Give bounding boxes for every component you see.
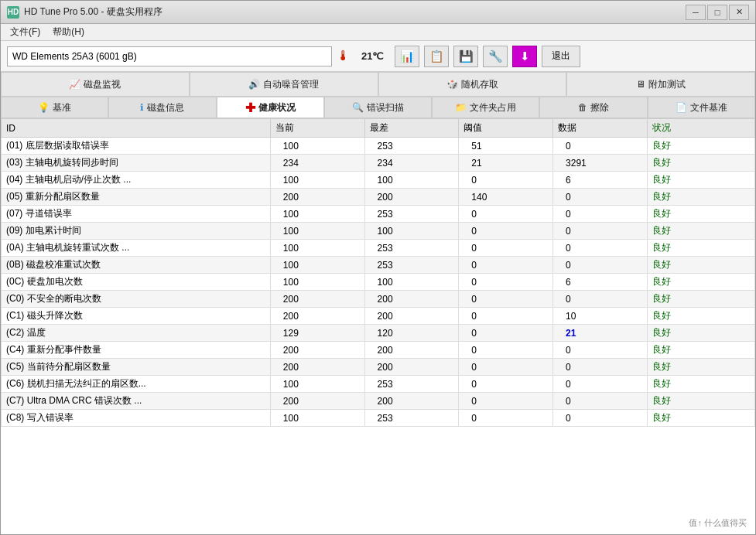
toolbar-btn-2[interactable]: 📋 [424,46,449,67]
cell-data: 0 [553,240,648,257]
cell-status: 良好 [647,155,754,172]
cell-threshold: 0 [459,257,553,274]
noise-icon: 🔊 [248,79,260,90]
sub-tabs: 💡 基准 ℹ 磁盘信息 ✚ 健康状况 🔍 错误扫描 📁 文件夹占用 🗑 擦除 📄… [1,97,755,118]
save-icon: 💾 [459,49,474,63]
toolbar-btn-5[interactable]: ⬇ [512,46,537,67]
extra-tests-icon: 🖥 [636,79,645,90]
col-header-status: 状况 [647,119,754,138]
cell-data: 0 [553,342,648,359]
cell-id: (C4) 重新分配事件数量 [2,342,271,359]
col-header-data: 数据 [553,119,648,138]
smart-table-container[interactable]: ID 当前 最差 阈值 数据 状况 (01) 底层数据读取错误率10025351… [1,118,755,534]
subtab-health[interactable]: ✚ 健康状况 [217,97,324,118]
cell-status: 良好 [647,359,754,376]
cell-data: 6 [553,172,648,189]
subtab-disk-info[interactable]: ℹ 磁盘信息 [108,97,216,118]
cell-worst: 100 [364,223,459,240]
cell-current: 100 [270,206,364,223]
cell-data: 6 [553,274,648,291]
table-row: (01) 底层数据读取错误率100253510良好 [2,138,755,155]
cell-current: 200 [270,393,364,410]
cell-threshold: 0 [459,274,553,291]
subtab-folder-usage[interactable]: 📁 文件夹占用 [432,97,539,118]
thermometer-icon: 🌡 [337,48,351,64]
cell-threshold: 0 [459,240,553,257]
cell-worst: 253 [364,206,459,223]
cell-worst: 253 [364,138,459,155]
table-row: (09) 加电累计时间10010000良好 [2,223,755,240]
tab-disk-monitor[interactable]: 📈 磁盘监视 [1,72,190,97]
cell-worst: 253 [364,376,459,393]
cell-worst: 120 [364,325,459,342]
table-row: (C7) Ultra DMA CRC 错误次数 ...20020000良好 [2,393,755,410]
toolbar-btn-4[interactable]: 🔧 [483,46,508,67]
cell-current: 200 [270,308,364,325]
cell-threshold: 0 [459,342,553,359]
cell-threshold: 0 [459,308,553,325]
cell-status: 良好 [647,274,754,291]
cell-id: (0A) 主轴电机旋转重试次数 ... [2,240,271,257]
menu-file[interactable]: 文件(F) [4,24,46,40]
cell-threshold: 51 [459,138,553,155]
disk-monitor-icon: 📈 [69,79,80,90]
toolbar-btn-3[interactable]: 💾 [453,46,478,67]
cell-threshold: 0 [459,376,553,393]
disk-selector[interactable]: WD Elements 25A3 (6001 gB) [7,46,332,66]
table-row: (0A) 主轴电机旋转重试次数 ...10025300良好 [2,240,755,257]
menu-bar: 文件(F) 帮助(H) [1,24,755,41]
toolbar-btn-1[interactable]: 📊 [395,46,419,67]
table-row: (C4) 重新分配事件数量20020000良好 [2,342,755,359]
cell-status: 良好 [647,376,754,393]
tab-extra-tests[interactable]: 🖥 附加测试 [566,72,755,97]
cell-current: 100 [270,376,364,393]
cell-worst: 200 [364,393,459,410]
cell-status: 良好 [647,240,754,257]
subtab-benchmark[interactable]: 💡 基准 [1,97,108,118]
cell-data: 0 [553,206,648,223]
cell-worst: 100 [364,172,459,189]
cell-id: (09) 加电累计时间 [2,223,271,240]
main-window: HD HD Tune Pro 5.00 - 硬盘实用程序 ─ □ ✕ 文件(F)… [0,0,756,535]
cell-current: 200 [270,291,364,308]
close-button[interactable]: ✕ [729,5,749,20]
window-controls: ─ □ ✕ [686,5,749,20]
temperature-display: 21℃ [355,50,390,62]
menu-help[interactable]: 帮助(H) [46,24,91,40]
cell-id: (C0) 不安全的断电次数 [2,291,271,308]
cell-id: (03) 主轴电机旋转同步时间 [2,155,271,172]
chart-icon: 📊 [400,49,415,63]
cell-worst: 200 [364,189,459,206]
cell-worst: 100 [364,274,459,291]
cell-id: (01) 底层数据读取错误率 [2,138,271,155]
content-area: ID 当前 最差 阈值 数据 状况 (01) 底层数据读取错误率10025351… [1,118,755,534]
tab-noise-management[interactable]: 🔊 自动噪音管理 [190,72,378,97]
cell-data: 0 [553,393,648,410]
maximize-button[interactable]: □ [707,5,727,20]
cell-status: 良好 [647,410,754,427]
wrench-icon: 🔧 [488,49,503,63]
cell-current: 100 [270,410,364,427]
tab-random-access[interactable]: 🎲 随机存取 [378,72,567,97]
cell-id: (C2) 温度 [2,325,271,342]
table-row: (C2) 温度129120021良好 [2,325,755,342]
cell-worst: 200 [364,308,459,325]
cell-id: (05) 重新分配扇区数量 [2,189,271,206]
table-row: (C1) 磁头升降次数200200010良好 [2,308,755,325]
cell-current: 100 [270,274,364,291]
subtab-error-scan[interactable]: 🔍 错误扫描 [324,97,432,118]
exit-button[interactable]: 退出 [542,46,580,67]
smart-table: ID 当前 最差 阈值 数据 状况 (01) 底层数据读取错误率10025351… [1,118,755,427]
cell-data: 0 [553,410,648,427]
cell-status: 良好 [647,138,754,155]
subtab-file-benchmark[interactable]: 📄 文件基准 [648,97,755,118]
download-icon: ⬇ [520,49,530,63]
subtab-erase[interactable]: 🗑 擦除 [539,97,647,118]
table-row: (05) 重新分配扇区数量2002001400良好 [2,189,755,206]
minimize-button[interactable]: ─ [686,5,706,20]
cell-data: 0 [553,376,648,393]
cell-id: (C7) Ultra DMA CRC 错误次数 ... [2,393,271,410]
table-row: (C6) 脱机扫描无法纠正的扇区数...10025300良好 [2,376,755,393]
benchmark-icon: 💡 [38,102,50,113]
cell-id: (07) 寻道错误率 [2,206,271,223]
